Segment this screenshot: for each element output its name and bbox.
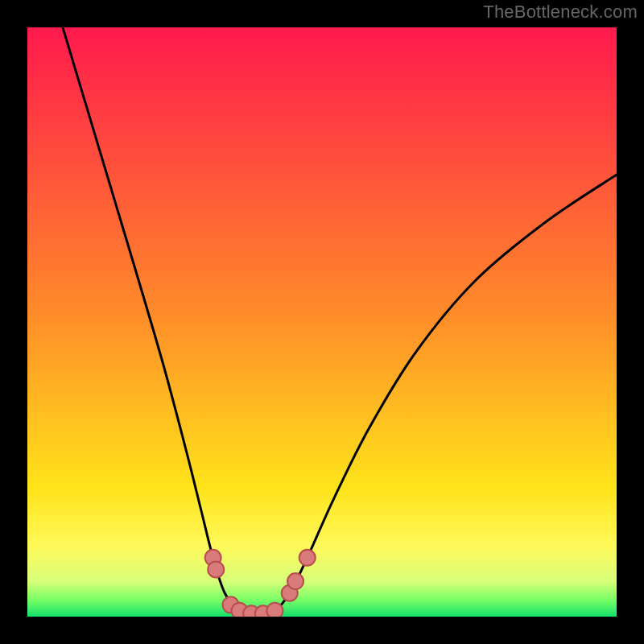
data-marker <box>208 561 224 577</box>
chart-svg <box>27 27 617 617</box>
data-marker <box>299 550 316 566</box>
data-marker <box>287 573 303 589</box>
data-marker <box>266 603 283 617</box>
chart-outer-frame: TheBottleneck.com <box>0 0 644 644</box>
watermark-text: TheBottleneck.com <box>483 2 638 23</box>
chart-background <box>27 27 617 617</box>
chart-plot-area <box>27 27 617 617</box>
